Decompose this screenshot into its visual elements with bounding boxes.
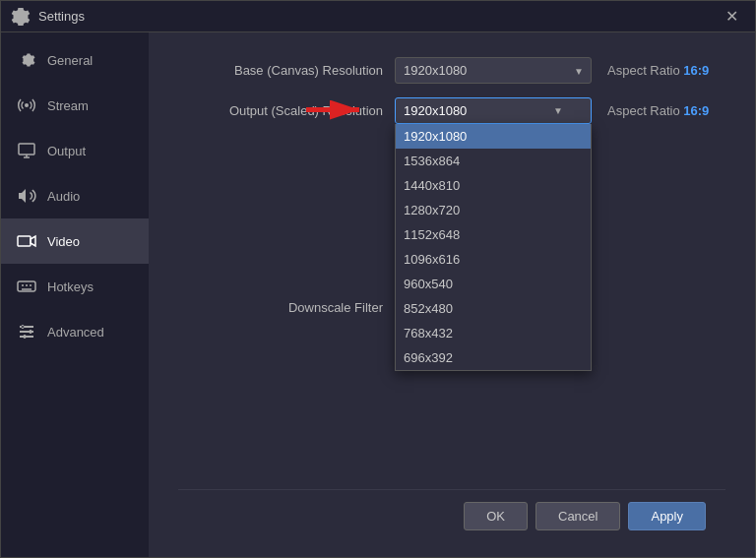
sidebar-item-advanced[interactable]: Advanced <box>1 309 149 354</box>
output-resolution-list[interactable]: 1920x1080 1536x864 1440x810 1280x720 115… <box>395 124 592 371</box>
base-resolution-control: 1920x1080 Aspect Ratio 16:9 <box>395 57 725 84</box>
cancel-button[interactable]: Cancel <box>536 502 620 530</box>
sidebar-item-video[interactable]: Video <box>1 218 149 264</box>
video-icon <box>16 230 37 252</box>
svg-point-0 <box>25 103 29 107</box>
sidebar-item-audio[interactable]: Audio <box>1 173 149 218</box>
audio-icon <box>16 185 37 207</box>
base-resolution-select[interactable]: 1920x1080 <box>395 57 592 84</box>
base-resolution-row: Base (Canvas) Resolution 1920x1080 Aspec… <box>178 57 725 84</box>
audio-label: Audio <box>47 189 80 204</box>
title-bar: Settings ✕ <box>1 1 755 32</box>
apply-button[interactable]: Apply <box>628 502 706 530</box>
red-arrow-svg <box>306 95 365 123</box>
output-icon <box>16 140 37 161</box>
advanced-label: Advanced <box>47 325 104 340</box>
dropdown-chevron-icon: ▼ <box>553 105 563 116</box>
output-resolution-control: 1920x1080 ▼ 1920x1080 1536x864 1440x810 … <box>395 97 725 124</box>
general-label: General <box>47 53 93 68</box>
red-arrow-indicator <box>306 95 365 126</box>
stream-label: Stream <box>47 98 89 113</box>
ok-button[interactable]: OK <box>464 502 528 530</box>
dropdown-option-4[interactable]: 1152x648 <box>396 222 591 247</box>
hotkeys-icon <box>16 276 37 297</box>
sidebar-item-output[interactable]: Output <box>1 128 149 173</box>
title-bar-title: Settings <box>38 9 85 24</box>
video-label: Video <box>47 234 80 249</box>
dropdown-option-8[interactable]: 768x432 <box>396 321 591 345</box>
advanced-icon <box>16 321 37 342</box>
base-aspect-ratio-value: 16:9 <box>683 63 709 78</box>
dropdown-option-3[interactable]: 1280x720 <box>396 198 591 222</box>
base-resolution-select-wrapper: 1920x1080 <box>395 57 592 84</box>
output-resolution-value: 1920x1080 <box>404 103 467 118</box>
dropdown-option-2[interactable]: 1440x810 <box>396 173 591 198</box>
output-resolution-row: Output (Scaled) Resolution 1920x1080 ▼ 1… <box>178 97 725 124</box>
svg-rect-1 <box>19 144 34 155</box>
title-bar-left: Settings <box>11 7 85 27</box>
output-resolution-selected[interactable]: 1920x1080 ▼ <box>395 97 592 124</box>
general-icon <box>16 49 37 71</box>
base-resolution-label: Base (Canvas) Resolution <box>178 63 395 78</box>
sidebar-item-general[interactable]: General <box>1 37 149 83</box>
stream-icon <box>16 94 37 116</box>
hotkeys-label: Hotkeys <box>47 279 94 294</box>
svg-rect-2 <box>18 236 31 246</box>
footer-buttons: OK Cancel Apply <box>178 489 725 542</box>
close-button[interactable]: ✕ <box>718 3 745 31</box>
sidebar: General Stream <box>1 32 149 557</box>
base-aspect-ratio-label: Aspect Ratio 16:9 <box>607 63 709 78</box>
dropdown-option-1[interactable]: 1536x864 <box>396 149 591 173</box>
dropdown-option-5[interactable]: 1096x616 <box>396 247 591 272</box>
downscale-filter-label: Downscale Filter <box>178 300 395 315</box>
output-label: Output <box>47 144 86 158</box>
dropdown-option-6[interactable]: 960x540 <box>396 272 591 296</box>
dropdown-option-0[interactable]: 1920x1080 <box>396 124 591 149</box>
output-aspect-ratio-label: Aspect Ratio 16:9 <box>607 103 709 118</box>
title-gear-icon <box>11 7 31 27</box>
dropdown-option-9[interactable]: 696x392 <box>396 345 591 370</box>
sidebar-item-stream[interactable]: Stream <box>1 83 149 128</box>
sidebar-item-hotkeys[interactable]: Hotkeys <box>1 264 149 309</box>
settings-window: Settings ✕ General <box>0 0 756 558</box>
output-aspect-ratio-value: 16:9 <box>683 103 709 118</box>
content-area: General Stream <box>1 32 755 557</box>
main-panel: Base (Canvas) Resolution 1920x1080 Aspec… <box>149 32 755 557</box>
dropdown-option-7[interactable]: 852x480 <box>396 296 591 321</box>
output-resolution-dropdown[interactable]: 1920x1080 ▼ 1920x1080 1536x864 1440x810 … <box>395 97 592 124</box>
